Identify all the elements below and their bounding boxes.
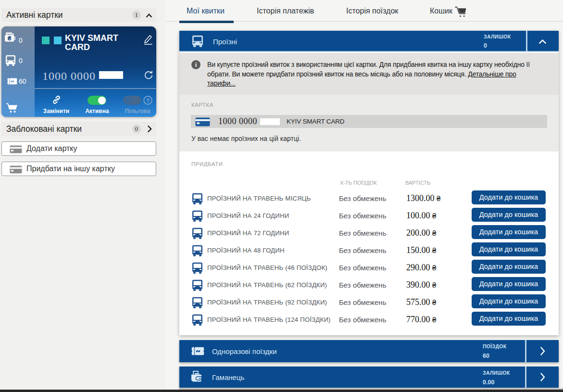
- svg-text:?: ?: [146, 98, 150, 103]
- svg-text:₴: ₴: [7, 35, 12, 42]
